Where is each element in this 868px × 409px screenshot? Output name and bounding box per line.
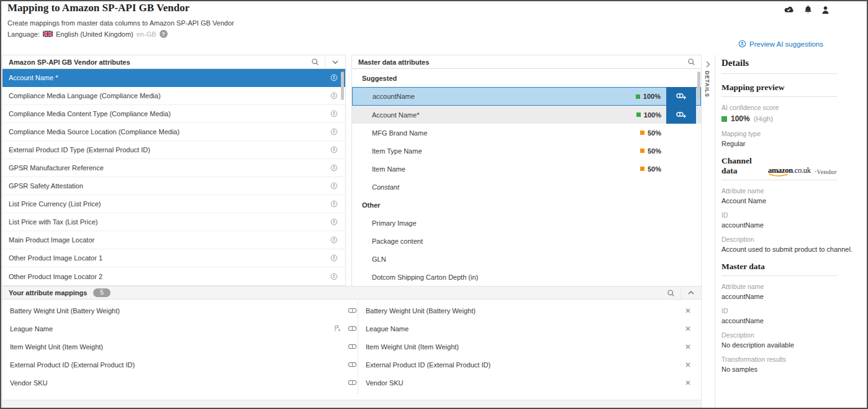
ai-suggestion-icon[interactable] — [330, 236, 338, 244]
remove-mapping-icon[interactable]: ✕ — [685, 325, 691, 333]
user-icon[interactable] — [821, 6, 830, 14]
attribute-label: Other Product Image Locator 1 — [9, 254, 102, 262]
match-score: 100% — [636, 93, 661, 100]
ai-suggestion-icon[interactable] — [330, 92, 338, 99]
field-label: Attribute name — [721, 187, 867, 195]
chevron-down-icon[interactable] — [325, 55, 345, 68]
channel-attribute-row[interactable]: GPSR Safety Attestation — [2, 177, 345, 195]
mapping-source-label: Vendor SKU — [10, 379, 48, 387]
mapping-row[interactable]: External Product ID (External Product ID… — [2, 356, 701, 374]
ai-suggestion-icon[interactable] — [330, 273, 338, 280]
channel-attribute-row[interactable]: Main Product Image Locator — [2, 231, 345, 249]
ai-suggestion-icon[interactable] — [330, 182, 338, 190]
add-mapping-button[interactable] — [666, 87, 696, 106]
help-icon[interactable]: ? — [160, 30, 168, 38]
left-panel-scrollbar[interactable] — [341, 71, 344, 100]
channel-attribute-row[interactable]: Compliance Media Content Type (Complianc… — [2, 105, 345, 123]
channel-attribute-row[interactable]: Other Product Image Locator 1 — [2, 249, 345, 267]
amazon-smile-icon — [769, 173, 790, 177]
attribute-label: External Product ID Type (External Produ… — [9, 146, 150, 154]
ai-suggestion-icon[interactable] — [330, 110, 338, 117]
ai-suggestion-icon[interactable] — [330, 200, 338, 208]
remove-mapping-icon[interactable]: ✕ — [685, 379, 691, 387]
attribute-label: Dotcom Shipping Carton Depth (in) — [372, 273, 478, 281]
language-row: Language: English (United Kingdom) en-GB… — [7, 30, 168, 38]
ai-suggestion-icon[interactable] — [330, 254, 338, 262]
channel-attribute-row[interactable]: GPSR Manufacturer Reference — [2, 159, 345, 177]
master-attribute-row[interactable]: Account Name* 100% — [352, 106, 701, 124]
attribute-label: Account Name * — [9, 74, 58, 81]
master-attribute-row[interactable]: MFG Brand Name 50% — [352, 124, 701, 142]
language-label: Language: — [7, 30, 40, 38]
field-label: Transformation results — [721, 356, 867, 363]
match-square-orange — [640, 149, 644, 153]
channel-data-heading: Channel data amazon.co.uk ·Vendor — [721, 156, 837, 180]
search-icon[interactable] — [681, 55, 701, 68]
page-title: Mapping to Amazon SP-API GB Vendor — [7, 2, 189, 14]
field-value: Account Name — [721, 197, 867, 204]
details-panel: Details Mapping preview AI confidence sc… — [716, 55, 867, 408]
search-icon[interactable] — [305, 55, 325, 68]
ai-suggestion-icon — [738, 40, 746, 48]
ai-suggestion-icon[interactable] — [330, 218, 338, 226]
attribute-label: List Price Currency (List Price) — [9, 200, 101, 208]
channel-attribute-row[interactable]: Compliance Media Source Location (Compli… — [2, 123, 345, 141]
details-tab-label[interactable]: DETAILS — [704, 71, 710, 98]
channel-attribute-row[interactable]: Compliance Media Language (Compliance Me… — [2, 87, 345, 105]
mapping-source-label: Item Weight Unit (Item Weight) — [10, 343, 103, 351]
page-subtitle: Create mappings from master data columns… — [7, 19, 234, 27]
mapping-row[interactable]: Vendor SKU Vendor SKU ✕ — [2, 374, 701, 392]
channel-attribute-row[interactable]: Account Name * — [2, 69, 345, 87]
field-value: accountName — [721, 293, 867, 300]
remove-mapping-icon[interactable]: ✕ — [685, 307, 691, 315]
channel-attribute-row[interactable]: External Product ID Type (External Produ… — [2, 141, 345, 159]
master-attribute-row[interactable]: Primary Image — [352, 214, 701, 232]
match-square-orange — [640, 167, 644, 171]
attribute-label: Account Name* — [372, 111, 419, 119]
mapping-row[interactable]: League Name League Name ✕ — [2, 319, 701, 338]
preview-ai-suggestions-button[interactable]: Preview AI suggestions — [738, 40, 823, 48]
mapping-row[interactable]: Battery Weight Unit (Battery Weight) Bat… — [2, 301, 701, 319]
link-icon — [348, 362, 357, 367]
master-attributes-header: Master data attributes — [352, 55, 701, 69]
ai-suggestion-icon[interactable] — [330, 128, 338, 136]
channel-attribute-row[interactable]: Other Product Image Locator 2 — [2, 267, 345, 285]
remove-mapping-icon[interactable]: ✕ — [685, 361, 691, 369]
master-attribute-row-constant[interactable]: Constant — [352, 178, 701, 196]
attribute-label: List Price with Tax (List Price) — [9, 218, 97, 226]
mapping-source-label: League Name — [10, 325, 53, 333]
notifications-icon[interactable] — [804, 5, 812, 14]
language-code: en-GB — [137, 30, 156, 38]
match-score: 50% — [640, 147, 661, 155]
search-icon[interactable] — [661, 287, 680, 299]
cloud-done-icon[interactable] — [783, 6, 795, 14]
master-attribute-row[interactable]: Dotcom Shipping Carton Depth (in) — [352, 268, 701, 286]
ai-suggestion-icon[interactable] — [330, 146, 338, 154]
match-square-orange — [640, 131, 644, 135]
chevron-right-icon[interactable] — [706, 59, 710, 70]
channel-attribute-row[interactable]: List Price with Tax (List Price) — [2, 213, 345, 231]
add-mapping-button[interactable] — [666, 106, 696, 124]
master-attribute-row[interactable]: Package content — [352, 232, 701, 250]
mapping-row[interactable]: Item Weight Unit (Item Weight) Item Weig… — [2, 338, 701, 356]
channel-attributes-panel: Amazon SP-API GB Vendor attributes Accou… — [2, 55, 346, 286]
remove-mapping-icon[interactable]: ✕ — [685, 343, 691, 351]
transformation-icon[interactable] — [334, 325, 341, 332]
ai-suggestion-icon[interactable] — [330, 164, 338, 172]
channel-attributes-title: Amazon SP-API GB Vendor attributes — [2, 58, 130, 66]
bottom-scroll-gutter — [2, 400, 701, 408]
chevron-up-icon[interactable] — [681, 287, 701, 299]
attribute-label: GPSR Safety Attestation — [9, 182, 83, 190]
master-attribute-row[interactable]: accountName 100% — [352, 87, 701, 106]
channel-attribute-row[interactable]: List Price Currency (List Price) — [2, 195, 345, 213]
mapping-target-label: League Name — [366, 325, 409, 333]
master-attribute-row[interactable]: GLN — [352, 250, 701, 268]
field-label: Description — [721, 331, 867, 339]
ai-suggestion-icon[interactable] — [330, 74, 338, 81]
confidence-label: AI confidence score — [721, 104, 867, 111]
master-attribute-row[interactable]: Item Type Name 50% — [352, 142, 701, 160]
master-attribute-row[interactable]: Item Name 50% — [352, 160, 701, 178]
attribute-label: Item Name — [372, 165, 405, 173]
middle-panel-scrollbar[interactable] — [697, 71, 700, 99]
mappings-count-badge: 5 — [93, 288, 111, 297]
